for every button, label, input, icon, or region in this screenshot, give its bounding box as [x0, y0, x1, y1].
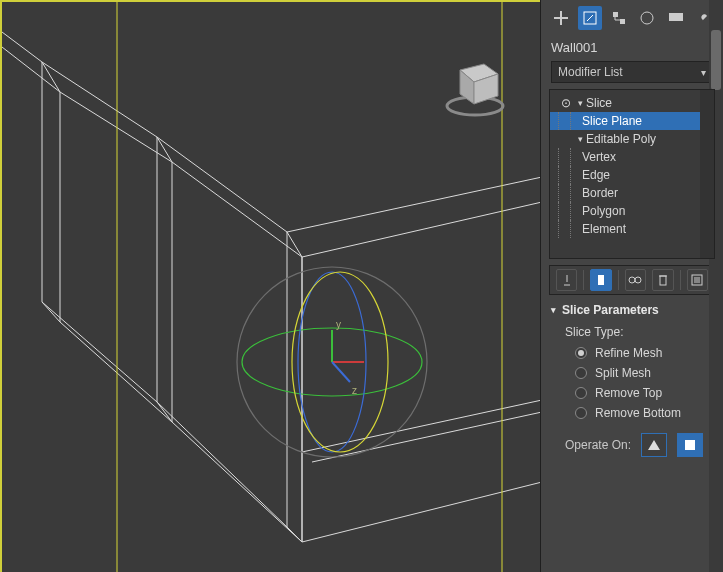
stack-item-polygon[interactable]: Polygon: [550, 202, 700, 220]
chevron-down-icon: ▾: [701, 67, 706, 78]
rollout-title: Slice Parameters: [562, 303, 659, 317]
display-tab[interactable]: [664, 6, 689, 30]
stack-item-slice[interactable]: ⊙ ▾ Slice: [550, 94, 700, 112]
operate-on-face-button[interactable]: [641, 433, 667, 457]
radio-label: Remove Bottom: [595, 406, 681, 420]
remove-modifier-button[interactable]: [652, 269, 673, 291]
modifier-stack[interactable]: ⊙ ▾ Slice Slice Plane ▾ Editable Poly Ve…: [549, 89, 715, 259]
stack-scrollbar[interactable]: [700, 90, 714, 258]
stack-item-border[interactable]: Border: [550, 184, 700, 202]
svg-rect-12: [613, 12, 618, 17]
radio-icon: [575, 347, 587, 359]
stack-item-edge[interactable]: Edge: [550, 166, 700, 184]
stack-label: Polygon: [582, 204, 625, 218]
stack-item-vertex[interactable]: Vertex: [550, 148, 700, 166]
stack-toolbar: [549, 265, 715, 295]
stack-label: Vertex: [582, 150, 616, 164]
radio-icon: [575, 387, 587, 399]
viewport[interactable]: y z: [0, 0, 540, 572]
stack-label: Slice: [586, 96, 612, 110]
create-tab[interactable]: [549, 6, 574, 30]
slice-parameters-rollout: ▾ Slice Parameters Slice Type: Refine Me…: [551, 303, 713, 461]
stack-item-element[interactable]: Element: [550, 220, 700, 238]
radio-label: Remove Top: [595, 386, 662, 400]
object-name-field[interactable]: Wall001: [541, 36, 723, 61]
svg-rect-22: [685, 440, 695, 450]
stack-label: Border: [582, 186, 618, 200]
stack-item-slice-plane[interactable]: Slice Plane: [550, 112, 700, 130]
stack-label: Element: [582, 222, 626, 236]
axis-label-y: y: [336, 319, 341, 330]
svg-point-14: [641, 12, 653, 24]
svg-line-6: [332, 362, 350, 382]
expand-arrow-icon[interactable]: ▾: [574, 134, 586, 144]
svg-point-18: [635, 277, 641, 283]
stack-label: Slice Plane: [582, 114, 642, 128]
rollout-header[interactable]: ▾ Slice Parameters: [551, 303, 713, 317]
operate-on-label: Operate On:: [565, 438, 631, 452]
modifier-list-label: Modifier List: [558, 65, 623, 79]
radio-label: Split Mesh: [595, 366, 651, 380]
configure-modifier-sets-button[interactable]: [687, 269, 708, 291]
pin-stack-button[interactable]: [556, 269, 577, 291]
stack-label: Editable Poly: [586, 132, 656, 146]
command-panel-tabs: [541, 0, 723, 36]
modify-tab[interactable]: [578, 6, 603, 30]
chevron-down-icon: ▾: [551, 305, 556, 315]
radio-refine-mesh[interactable]: Refine Mesh: [565, 343, 713, 363]
modifier-list-dropdown[interactable]: Modifier List ▾: [551, 61, 713, 83]
axis-label-z: z: [352, 385, 357, 396]
expand-arrow-icon[interactable]: ▾: [574, 98, 586, 108]
visibility-toggle-icon[interactable]: ⊙: [558, 96, 574, 110]
stack-label: Edge: [582, 168, 610, 182]
radio-split-mesh[interactable]: Split Mesh: [565, 363, 713, 383]
radio-icon: [575, 367, 587, 379]
separator: [680, 270, 681, 290]
operate-on-poly-button[interactable]: [677, 433, 703, 457]
slice-type-label: Slice Type:: [565, 323, 713, 343]
command-panel: Wall001 Modifier List ▾ ⊙ ▾ Slice Slice …: [540, 0, 723, 572]
svg-rect-19: [660, 276, 666, 285]
radio-icon: [575, 407, 587, 419]
radio-remove-top[interactable]: Remove Top: [565, 383, 713, 403]
stack-item-editable-poly[interactable]: ▾ Editable Poly: [550, 130, 700, 148]
hierarchy-tab[interactable]: [606, 6, 631, 30]
svg-point-17: [629, 277, 635, 283]
make-unique-button[interactable]: [625, 269, 646, 291]
svg-marker-21: [648, 440, 660, 450]
radio-remove-bottom[interactable]: Remove Bottom: [565, 403, 713, 423]
svg-rect-15: [669, 13, 683, 21]
panel-scrollbar[interactable]: [709, 0, 723, 572]
motion-tab[interactable]: [635, 6, 660, 30]
separator: [618, 270, 619, 290]
show-end-result-button[interactable]: [590, 269, 611, 291]
radio-label: Refine Mesh: [595, 346, 662, 360]
separator: [583, 270, 584, 290]
svg-rect-16: [598, 275, 604, 285]
viewcube[interactable]: [440, 52, 510, 122]
svg-rect-13: [620, 19, 625, 24]
